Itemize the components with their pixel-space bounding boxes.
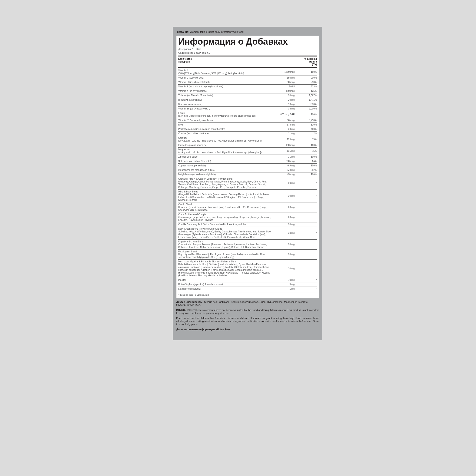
table-row: Pantothenic Acid (as d-calcium pantothen… xyxy=(178,127,317,132)
serving-size: Дозировка: 1 Tablet xyxy=(178,47,317,51)
ingredient-amount: 45 mcg xyxy=(271,172,294,177)
ingredient-amount: 34 mg xyxy=(271,107,294,111)
other-ingredients: Другие ингридеенты: Stearic Acid, Cellul… xyxy=(176,301,319,306)
ingredient-sub: Hawthorn (berry), Japanese Knotweed (roo… xyxy=(178,206,271,211)
ingredient-amount: 0.9 mg xyxy=(271,164,294,168)
ingredient-dv: † xyxy=(295,203,317,212)
ingredient-dv: † xyxy=(295,177,317,190)
ingredient-dv: † xyxy=(295,250,317,260)
table-row: Manganese (as manganese sulfate)5.8 mg25… xyxy=(178,168,317,172)
ingredient-name: Vitamin A(50% [675 mcg] Beta Carotene, 5… xyxy=(178,68,271,76)
table-row: Molybdenum (as sodium molybdate)45 mcg10… xyxy=(178,172,317,177)
ingredient-amount: 5.8 mg xyxy=(271,168,294,172)
ingredient-name: Vitamin B6 (as pyridoxine HCI) xyxy=(178,107,271,111)
ingredient-amount: 50 mg xyxy=(271,102,294,107)
ingredient-sub: Reishi (Ganoderma lucidum), Shiitake (Le… xyxy=(178,263,271,277)
ingredient-dv: 110% xyxy=(295,123,317,127)
table-row: Orchard Fruits™ & Garden Veggies™ Powder… xyxy=(178,177,317,190)
ingredient-dv: † xyxy=(295,212,317,222)
table-row: Lutein (from marigold)1 mg† xyxy=(178,287,317,291)
ingredient-dv: † xyxy=(295,222,317,227)
table-row: Mushroom Mycelial & Primordia Biomass De… xyxy=(178,260,317,278)
ingredient-sub: High Lignan Flax Fiber (seed), Flax Lign… xyxy=(178,253,271,259)
ingredient-sub: Concentrated Enzyme Formula (Protease I,… xyxy=(178,243,271,249)
table-row: Copper (as copper sulfate)0.9 mg100% xyxy=(178,164,317,168)
additional-info: Дополнительная информация: Gluten Free. xyxy=(176,328,319,331)
ingredient-name: Riboflavin (Vitamin B2) xyxy=(178,98,271,102)
ingredient-amount: 20 mg xyxy=(271,227,294,240)
ingredient-amount: 50 mcg xyxy=(271,80,294,85)
ingredient-amount: 20 mg xyxy=(271,222,294,227)
ingredient-name: CranRx Cranberry Fruit Solids Standardiz… xyxy=(178,222,271,227)
ingredient-dv: 15% xyxy=(295,136,317,143)
ingredient-dv: 400% xyxy=(295,127,317,132)
table-row: Inositol10 mg† xyxy=(178,278,317,282)
ingredient-name: Vitamin D3 (as cholecalciferol) xyxy=(178,80,271,85)
ingredient-name: Flax Lignan BlendHigh Lignan Flax Fiber … xyxy=(178,250,271,260)
ingredient-dv: 1538% xyxy=(295,102,317,107)
divider xyxy=(178,68,317,68)
divider xyxy=(178,55,317,56)
ingredient-sub: (837 mcg Quatrefolic brand (6S)-5-Methyl… xyxy=(178,115,271,117)
table-row: Mind & Body BlendGinkgo Biloba Extract, … xyxy=(178,190,317,203)
ingredient-amount: 20 mg xyxy=(271,127,294,132)
ingredient-name: Copper (as copper sulfate) xyxy=(178,164,271,168)
table-row: Vitamin C (ascorbic acid)180 mg200% xyxy=(178,76,317,80)
ingredient-dv: 125% xyxy=(295,89,317,93)
ingredient-name: Thiamin (as Thiamin Mononitrate) xyxy=(178,93,271,98)
ingredient-dv: † xyxy=(295,227,317,240)
ingredient-name: Orchard Fruits™ & Garden Veggies™ Powder… xyxy=(178,177,271,190)
ingredient-name: Inositol xyxy=(178,278,271,282)
dagger-note: † Дневная доза не установлена xyxy=(178,293,317,297)
ingredient-amount: 20 mg xyxy=(271,260,294,278)
ingredient-dv: 15% xyxy=(295,148,317,155)
ingredient-sub: (as Aquamin calcified mineral source Red… xyxy=(178,151,271,154)
ingredient-amount: 20 mg xyxy=(271,240,294,250)
ingredient-sub: Blueberry, Orange, Carrot, Pomegranate, … xyxy=(178,180,271,189)
ingredient-name: Citrus Bioflavonoid Complex(from orange,… xyxy=(178,212,271,222)
ingredient-dv: 252% xyxy=(295,168,317,172)
table-row: Iodine (as potassium iodide)150 mcg100% xyxy=(178,143,317,148)
ingredient-name: Rutin (Sophora japonica) flower bud extr… xyxy=(178,282,271,287)
ingredient-name: Lutein (from marigold) xyxy=(178,287,271,291)
ingredient-name: Molybdenum (as sodium molybdate) xyxy=(178,172,271,177)
ingredient-amount: 1350 mcg xyxy=(271,68,294,76)
panel-title: Информация о Добавках xyxy=(178,37,317,47)
ingredient-amount: 20 mg xyxy=(271,250,294,260)
ingredient-dv: 100% xyxy=(295,164,317,168)
ingredient-amount: 11 mg xyxy=(271,155,294,159)
ingredient-amount: 800 mcg DFE xyxy=(271,111,294,118)
ingredient-amount: 33 mcg xyxy=(271,123,294,127)
table-row: Choline (as choline bitartrate)11 mg2% xyxy=(178,132,317,136)
table-row: Vitamin D3 (as cholecalciferol)50 mcg250… xyxy=(178,80,317,85)
ingredient-amount: 90 mcg xyxy=(271,118,294,123)
ingredient-name: Vitamin K (as phytonadione) xyxy=(178,89,271,93)
table-row: Vitamin E (as d-alpha tocopheryl succina… xyxy=(178,85,317,89)
ingredient-name: Selenium (as Sodium Selenate) xyxy=(178,159,271,164)
ingredient-name: Zinc (as zinc oxide) xyxy=(178,155,271,159)
table-row: Magnesium(as Aquamin calcified mineral s… xyxy=(178,148,317,155)
below-panel: Другие ингридеенты: Stearic Acid, Cellul… xyxy=(176,301,319,331)
directions-text: Women, take 1 tablet daily, preferably w… xyxy=(189,31,244,33)
table-row: Thiamin (as Thiamin Mononitrate)20 mg1,6… xyxy=(178,93,317,98)
ingredient-name: Daily Greens Blend Providing Amino Acids… xyxy=(178,227,271,240)
divider xyxy=(178,292,317,292)
ingredient-sub: (50% [675 mcg] Beta Carotene, 50% [675 m… xyxy=(178,72,271,75)
ingredient-name: Mind & Body BlendGinkgo Biloba Extract, … xyxy=(178,190,271,203)
facts-panel: Информация о Добавках Дозировка: 1 Table… xyxy=(176,36,319,298)
table-row: Niacin (as niacinamide)50 mg1538% xyxy=(178,102,317,107)
ingredient-dv: 200% xyxy=(295,76,317,80)
ingredient-sub: (as Aquamin calcified mineral source Red… xyxy=(178,139,271,142)
ingredient-amount: 20 mg xyxy=(271,203,294,212)
ingredient-dv: † xyxy=(295,278,317,282)
table-row: Vitamin B12 (as methylcobalamin)90 mcg3,… xyxy=(178,118,317,123)
table-row: Citrus Bioflavonoid Complex(from orange,… xyxy=(178,212,317,222)
ingredient-dv: † xyxy=(295,240,317,250)
table-row: Riboflavin (Vitamin B2)20 mg1,471% xyxy=(178,98,317,102)
col-amount: Количество за порцию xyxy=(178,57,250,67)
ingredient-dv: † xyxy=(295,190,317,203)
ingredient-name: Vitamin C (ascorbic acid) xyxy=(178,76,271,80)
ingredient-name: Calcium(as Aquamin calcified mineral sou… xyxy=(178,136,271,143)
ingredient-name: Biotin xyxy=(178,123,271,127)
table-row: Calcium(as Aquamin calcified mineral sou… xyxy=(178,136,317,143)
